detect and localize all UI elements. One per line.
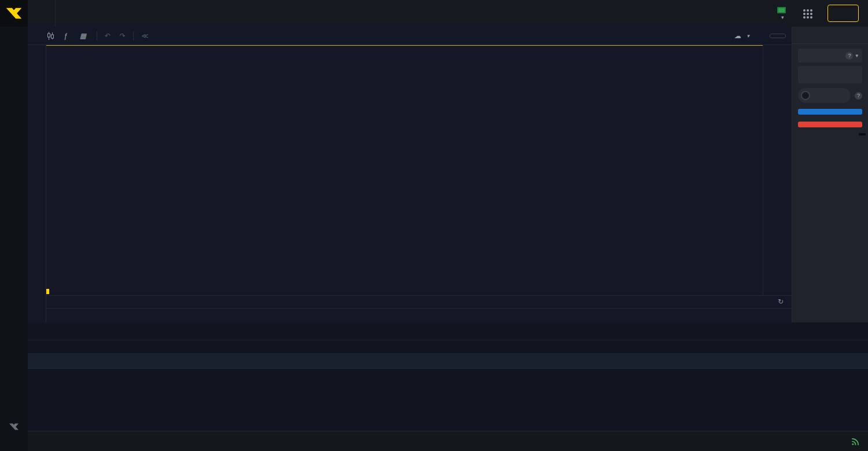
templates-button[interactable]: ▦ (76, 30, 93, 42)
drawing-toolbar (28, 45, 46, 322)
function-icon: ƒ (64, 32, 68, 40)
cloud-icon: ☁ (734, 32, 741, 40)
volume-input[interactable] (798, 66, 862, 83)
indicators-button[interactable]: ƒ (60, 30, 75, 42)
volume-help-icon[interactable]: ? (845, 52, 853, 60)
sidebar-item-logout[interactable] (0, 435, 28, 445)
chart-wrap: ↻ (46, 45, 792, 322)
toolbar-divider (97, 31, 97, 41)
account-summary[interactable]: ▾ (777, 7, 789, 20)
buy-button[interactable] (798, 109, 862, 115)
toolbar-divider (133, 31, 134, 41)
volume-selector[interactable]: ? ▾ (798, 49, 862, 63)
chart-toolbar-right: ☁ ▾ (730, 30, 786, 42)
chart-section: ƒ ▦ ↶ ↷ ≪ ☁ ▾ (28, 27, 792, 322)
chevron-down-icon: ▾ (746, 33, 749, 39)
deposit-button[interactable] (827, 5, 859, 22)
spread-badge (859, 133, 866, 135)
app-logo[interactable] (0, 0, 28, 27)
undo-button[interactable]: ↶ (101, 30, 115, 42)
chart-toolbar: ƒ ▦ ↶ ↷ ≪ ☁ ▾ (28, 27, 792, 45)
account-type-icon (777, 7, 786, 13)
autoclose-help-icon[interactable]: ? (855, 92, 862, 100)
mini-logo-icon (9, 423, 19, 431)
sidebar-bottom (0, 423, 28, 451)
orders-panel (28, 322, 868, 431)
sell-button[interactable] (798, 122, 862, 127)
chart-footer (46, 308, 792, 322)
time-axis[interactable]: ↻ (46, 295, 792, 308)
timeframe-button[interactable] (34, 34, 42, 38)
status-bar (28, 431, 868, 451)
toggle-off-icon (801, 91, 810, 100)
chevron-down-icon: ▾ (855, 53, 858, 58)
chart-canvas[interactable] (46, 45, 763, 295)
add-instrument-button[interactable] (28, 0, 56, 27)
rewind-button[interactable]: ≪ (137, 30, 153, 42)
price-axis[interactable] (763, 45, 792, 295)
axis-settings-icon[interactable]: ↻ (778, 298, 784, 306)
connection-signal-icon (851, 437, 860, 446)
chevron-down-icon: ▾ (781, 14, 784, 20)
table-row[interactable] (28, 354, 868, 369)
orders-table-header (28, 340, 868, 354)
autoclose-row: ? (798, 88, 862, 103)
orders-empty-area (28, 369, 868, 431)
redo-button[interactable]: ↷ (116, 30, 130, 42)
series-start-marker (46, 289, 49, 294)
save-layout-button[interactable]: ☁ ▾ (730, 30, 753, 42)
candlestick-icon (47, 32, 54, 40)
trading-terminal: ▾ (0, 0, 868, 451)
templates-icon: ▦ (80, 32, 86, 40)
sentiment-widget (798, 133, 862, 137)
status-bar-right (830, 437, 860, 446)
orders-tabs (28, 322, 868, 340)
chart-body: ↻ (28, 45, 792, 322)
close-position-button[interactable] (770, 34, 786, 38)
stoploss-line[interactable] (46, 45, 763, 46)
trade-panel-tabs (792, 27, 868, 44)
chart-type-button[interactable] (43, 30, 58, 42)
trade-panel: ? ▾ ? (792, 27, 868, 322)
topbar: ▾ (0, 0, 868, 27)
plot-area (46, 45, 792, 295)
autoclose-toggle[interactable] (798, 88, 851, 103)
left-sidebar (0, 27, 28, 451)
exness-logo-icon (5, 7, 23, 20)
apps-grid-icon[interactable] (803, 9, 806, 12)
topbar-right: ▾ (777, 0, 868, 27)
